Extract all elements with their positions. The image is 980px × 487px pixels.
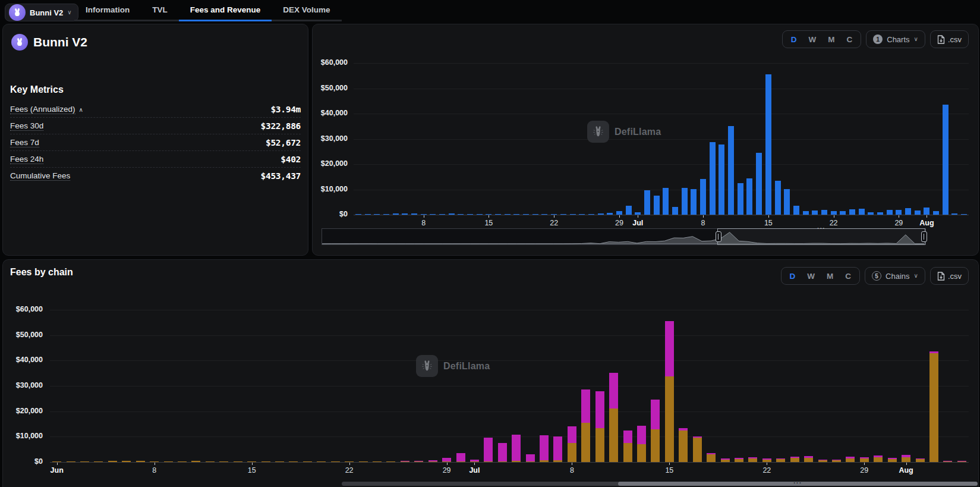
bar-aug-1[interactable] bbox=[902, 457, 910, 462]
bar-jun-16[interactable] bbox=[261, 461, 270, 462]
tab-information[interactable]: Information bbox=[74, 0, 141, 21]
bar-jul-11[interactable] bbox=[728, 126, 734, 215]
bar-jul-26[interactable] bbox=[818, 460, 827, 462]
bar-jun-10[interactable] bbox=[439, 214, 445, 215]
chart-range-brush[interactable]: ··· bbox=[322, 228, 926, 245]
bar-jul-23[interactable] bbox=[840, 211, 846, 215]
bar-jun-13[interactable] bbox=[219, 461, 228, 462]
bar-jul-21[interactable] bbox=[748, 458, 757, 462]
bar-jun-17[interactable] bbox=[275, 461, 284, 462]
bar-jun-23[interactable] bbox=[560, 214, 566, 215]
bar-jun-1[interactable] bbox=[355, 214, 361, 215]
bar-jun-25[interactable] bbox=[579, 214, 585, 215]
bar-jun-6[interactable] bbox=[402, 213, 408, 215]
bar-aug-4[interactable] bbox=[951, 213, 957, 215]
bar-jul-2[interactable] bbox=[484, 438, 493, 461]
brush-left-handle[interactable] bbox=[716, 231, 721, 242]
bar-jul-29[interactable] bbox=[860, 457, 869, 458]
bar-aug-2[interactable] bbox=[933, 211, 939, 215]
bar-jun-21[interactable] bbox=[541, 214, 547, 215]
bar-jul-21[interactable] bbox=[748, 457, 757, 458]
bar-jul-22[interactable] bbox=[831, 211, 837, 215]
bar-jun-29[interactable] bbox=[442, 461, 451, 462]
bar-jun-13[interactable] bbox=[467, 214, 473, 215]
bar-jul-30[interactable] bbox=[874, 457, 883, 462]
bar-jul-28[interactable] bbox=[887, 210, 893, 215]
bar-jun-5[interactable] bbox=[393, 213, 399, 215]
bar-jul-13[interactable] bbox=[637, 444, 646, 462]
bar-jul-13[interactable] bbox=[637, 426, 646, 444]
bar-jun-9[interactable] bbox=[164, 461, 173, 462]
bar-jul-15[interactable] bbox=[765, 74, 771, 215]
bar-jun-19[interactable] bbox=[523, 214, 529, 215]
bar-jul-10[interactable] bbox=[595, 428, 604, 462]
bar-jun-21[interactable] bbox=[331, 461, 340, 462]
brush-drag-dots[interactable]: ··· bbox=[817, 225, 825, 232]
bar-jul-22[interactable] bbox=[762, 460, 771, 462]
bar-jun-22[interactable] bbox=[345, 461, 354, 462]
bar-jul-3[interactable] bbox=[498, 461, 507, 462]
bar-jul-23[interactable] bbox=[776, 458, 785, 460]
metric-label[interactable]: Fees 30d bbox=[10, 120, 43, 131]
bar-jul-17[interactable] bbox=[693, 438, 702, 462]
bar-jul-14[interactable] bbox=[651, 400, 660, 429]
bar-jun-1[interactable] bbox=[52, 461, 61, 462]
bar-jun-30[interactable] bbox=[626, 206, 632, 215]
bar-jul-11[interactable] bbox=[609, 373, 618, 409]
bar-jul-8[interactable] bbox=[568, 443, 576, 462]
bar-jul-29[interactable] bbox=[860, 458, 869, 462]
bar-jul-19[interactable] bbox=[721, 458, 730, 459]
bar-jul-10[interactable] bbox=[719, 144, 724, 215]
charts-dropdown[interactable]: 1 Charts ∨ bbox=[866, 30, 925, 48]
bar-jun-28[interactable] bbox=[607, 213, 613, 215]
bar-jul-9[interactable] bbox=[581, 423, 590, 462]
bar-jun-3[interactable] bbox=[80, 461, 89, 462]
bar-jul-30[interactable] bbox=[874, 455, 883, 457]
bar-jun-27[interactable] bbox=[598, 213, 604, 215]
bar-jun-24[interactable] bbox=[373, 461, 382, 462]
bar-jun-19[interactable] bbox=[303, 461, 312, 462]
metric-label[interactable]: Fees 24h bbox=[10, 153, 43, 165]
bar-jul-21[interactable] bbox=[821, 210, 827, 215]
bar-jun-27[interactable] bbox=[414, 461, 423, 461]
bar-jul-8[interactable] bbox=[700, 179, 706, 215]
bar-jun-18[interactable] bbox=[513, 214, 519, 215]
bar-jul-7[interactable] bbox=[553, 436, 562, 460]
bar-jun-7[interactable] bbox=[136, 461, 145, 462]
bar-jul-27[interactable] bbox=[877, 212, 883, 215]
bar-aug-5[interactable] bbox=[961, 214, 967, 215]
tab-fees-and-revenue[interactable]: Fees and Revenue bbox=[179, 0, 272, 21]
interval-w-button[interactable]: W bbox=[801, 272, 821, 281]
bar-jul-18[interactable] bbox=[707, 453, 716, 454]
bar-jul-6[interactable] bbox=[540, 435, 549, 461]
bar-jun-15[interactable] bbox=[486, 214, 491, 215]
bar-jul-23[interactable] bbox=[776, 459, 785, 462]
bar-jul-9[interactable] bbox=[710, 142, 716, 215]
bar-jul-3[interactable] bbox=[498, 443, 507, 461]
bar-jun-30[interactable] bbox=[456, 461, 465, 462]
bar-jul-4[interactable] bbox=[663, 188, 669, 215]
bar-aug-5[interactable] bbox=[957, 461, 966, 461]
scrollbar-thumb[interactable]: ··· bbox=[618, 482, 978, 486]
bar-jul-4[interactable] bbox=[512, 435, 521, 461]
bar-jul-24[interactable] bbox=[790, 458, 799, 462]
bar-jun-28[interactable] bbox=[428, 461, 437, 462]
bar-aug-2[interactable] bbox=[916, 458, 925, 460]
bar-jul-29[interactable] bbox=[896, 210, 902, 215]
bar-jul-14[interactable] bbox=[651, 429, 660, 462]
bar-jun-8[interactable] bbox=[150, 461, 159, 462]
bar-jul-27[interactable] bbox=[832, 460, 841, 460]
brush-right-handle[interactable] bbox=[921, 231, 927, 242]
bar-jun-12[interactable] bbox=[206, 461, 215, 462]
bar-aug-1[interactable] bbox=[902, 455, 910, 457]
bar-jul-28[interactable] bbox=[846, 458, 855, 462]
tab-tvl[interactable]: TVL bbox=[141, 0, 179, 21]
bar-jul-5[interactable] bbox=[526, 454, 535, 461]
bar-jun-20[interactable] bbox=[317, 461, 326, 462]
bar-jun-3[interactable] bbox=[374, 214, 380, 215]
bar-jul-6[interactable] bbox=[682, 188, 688, 215]
bar-jul-15[interactable] bbox=[665, 376, 674, 462]
bar-jul-25[interactable] bbox=[804, 458, 813, 462]
bar-jul-13[interactable] bbox=[746, 178, 752, 215]
bar-jul-10[interactable] bbox=[595, 391, 604, 428]
